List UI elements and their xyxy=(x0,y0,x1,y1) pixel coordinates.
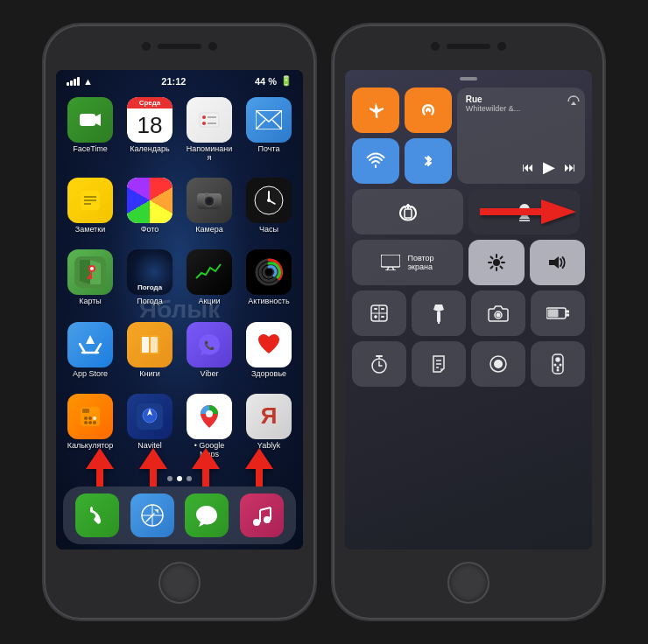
svg-line-34 xyxy=(80,344,85,353)
app-calendar[interactable]: Среда 18 Календарь xyxy=(124,97,175,169)
cc-rotation-tile[interactable] xyxy=(352,189,463,234)
dock-safari[interactable] xyxy=(130,494,174,537)
app-viber-label: Viber xyxy=(201,370,219,379)
battery-icon: 🔋 xyxy=(280,75,292,87)
svg-point-111 xyxy=(557,367,560,369)
app-health-label: Здоровье xyxy=(251,370,286,379)
cc-mirror-tile[interactable]: Повторэкрана xyxy=(352,240,463,285)
svg-text:📞: 📞 xyxy=(204,340,215,351)
home-button[interactable] xyxy=(158,562,201,604)
earpiece xyxy=(158,44,201,49)
app-reminders[interactable]: Напоминания xyxy=(184,97,235,169)
cc-flashlight-tile[interactable] xyxy=(412,290,466,336)
svg-marker-27 xyxy=(80,260,90,284)
media-prev[interactable]: ⏮ xyxy=(522,160,534,174)
app-weather[interactable]: Погода Погода xyxy=(124,249,175,312)
app-maps[interactable]: Карты xyxy=(65,249,116,312)
media-next[interactable]: ⏭ xyxy=(564,160,576,174)
svg-marker-8 xyxy=(256,110,282,122)
svg-marker-60 xyxy=(86,448,114,486)
app-photos[interactable]: Фото xyxy=(124,178,175,241)
arrows-container xyxy=(56,448,303,490)
svg-point-5 xyxy=(202,122,206,125)
svg-rect-64 xyxy=(405,209,412,218)
right-home-button[interactable] xyxy=(447,562,490,604)
cc-row-4 xyxy=(352,290,585,336)
svg-rect-67 xyxy=(381,255,400,267)
cc-media-tile[interactable]: Rue Whitewilder &... ⏮ ▶ ⏭ xyxy=(457,88,585,184)
svg-rect-2 xyxy=(200,113,219,127)
cc-screenrecord-tile[interactable] xyxy=(471,341,525,387)
status-bar: ▲ 21:12 44 % 🔋 xyxy=(56,70,303,90)
svg-point-25 xyxy=(267,199,271,202)
cc-timer-tile[interactable] xyxy=(352,341,406,387)
app-books-label: Книги xyxy=(139,370,160,379)
app-photos-label: Фото xyxy=(141,226,159,234)
cc-volume-tile[interactable] xyxy=(530,240,586,285)
cc-calculator-tile[interactable] xyxy=(352,290,406,336)
svg-rect-38 xyxy=(151,337,158,353)
svg-point-55 xyxy=(253,519,260,526)
app-activity[interactable]: Активность xyxy=(243,249,294,312)
app-stocks[interactable]: Акции xyxy=(184,249,235,312)
app-notes[interactable]: Заметки xyxy=(65,178,116,241)
media-subtitle: Whitewilder &... xyxy=(466,104,576,113)
cc-row-2 xyxy=(352,189,585,234)
svg-point-20 xyxy=(208,200,212,204)
status-right: 44 % 🔋 xyxy=(255,75,292,87)
app-clock[interactable]: Часы xyxy=(243,178,294,241)
svg-marker-61 xyxy=(139,448,167,486)
app-mail[interactable]: Почта xyxy=(243,97,294,169)
arrow-phone xyxy=(86,448,114,490)
svg-point-3 xyxy=(202,116,206,119)
app-books[interactable]: Книги xyxy=(124,322,175,385)
cc-brightness-tile[interactable] xyxy=(468,240,525,285)
app-viber[interactable]: 📞 Viber xyxy=(184,322,235,385)
svg-line-77 xyxy=(500,267,502,269)
right-iphone: Rue Whitewilder &... ⏮ ▶ ⏭ xyxy=(333,24,604,620)
svg-point-45 xyxy=(84,421,88,424)
cc-remote-tile[interactable] xyxy=(531,341,585,387)
media-play[interactable]: ▶ xyxy=(543,158,555,177)
camera-dot xyxy=(208,42,217,51)
dock-music[interactable] xyxy=(240,494,284,537)
left-iphone: ▲ 21:12 44 % 🔋 F xyxy=(44,24,315,620)
app-health[interactable]: Здоровье xyxy=(243,322,294,385)
app-weather-label: Погода xyxy=(137,298,163,306)
app-camera[interactable]: Камера xyxy=(184,178,235,241)
cc-bluetooth-tile[interactable] xyxy=(405,138,452,184)
svg-point-71 xyxy=(493,259,500,266)
svg-point-21 xyxy=(205,192,208,196)
svg-rect-0 xyxy=(80,114,95,126)
home-screen: ▲ 21:12 44 % 🔋 F xyxy=(56,70,303,550)
cc-battery-tile[interactable] xyxy=(531,290,585,336)
arrow-messages xyxy=(192,448,220,490)
cc-airplane-tile[interactable] xyxy=(352,88,399,133)
svg-marker-63 xyxy=(245,448,273,486)
cc-row-3: Повторэкрана xyxy=(352,240,585,285)
svg-point-56 xyxy=(264,516,271,523)
svg-point-43 xyxy=(88,416,92,420)
cc-wifi-tile[interactable] xyxy=(352,138,399,184)
svg-marker-66 xyxy=(480,200,576,224)
app-appstore[interactable]: App Store xyxy=(65,322,116,385)
mirror-label: Повторэкрана xyxy=(407,254,433,271)
svg-point-44 xyxy=(93,416,96,420)
dock xyxy=(63,486,296,544)
arrow-music xyxy=(245,448,273,490)
svg-point-42 xyxy=(84,416,88,420)
cc-notes-tile[interactable] xyxy=(412,341,466,387)
right-earpiece xyxy=(447,44,490,49)
control-center: Rue Whitewilder &... ⏮ ▶ ⏭ xyxy=(345,70,592,550)
cc-camera-tile[interactable] xyxy=(471,290,525,336)
dock-phone[interactable] xyxy=(75,494,119,537)
battery-percent: 44 % xyxy=(255,76,277,87)
dock-messages[interactable] xyxy=(185,494,229,537)
app-facetime-label: FaceTime xyxy=(73,145,108,154)
cc-cellular-tile[interactable] xyxy=(405,88,452,133)
status-left: ▲ xyxy=(67,76,93,87)
svg-rect-41 xyxy=(82,409,89,413)
app-facetime[interactable]: FaceTime xyxy=(65,97,116,169)
media-title: Rue xyxy=(466,94,576,104)
svg-line-35 xyxy=(95,344,101,353)
